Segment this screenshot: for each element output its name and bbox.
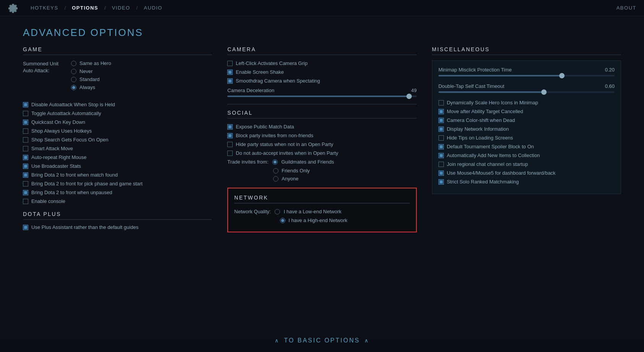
- checkbox-1[interactable]: [439, 109, 444, 114]
- basic-options-button[interactable]: ∧ TO BASIC OPTIONS ∧: [275, 337, 370, 344]
- checkbox-5[interactable]: [439, 144, 444, 149]
- checkbox-row-7[interactable]: Join regional chat channel on startup: [439, 161, 615, 167]
- nav-options[interactable]: OPTIONS: [67, 5, 103, 11]
- misc-slider-0[interactable]: Minimap Misclick Protection Time0.20: [439, 67, 615, 76]
- checkbox-row-1[interactable]: Block party invites from non-friends: [227, 133, 416, 138]
- checkbox-8[interactable]: [439, 170, 444, 176]
- checkbox-row-0[interactable]: Disable Autoattack When Stop is Held: [23, 102, 212, 107]
- checkbox-11[interactable]: [23, 199, 28, 204]
- radio-standard[interactable]: Standard: [71, 76, 111, 82]
- radio-btn-always[interactable]: [71, 85, 76, 90]
- radio-never[interactable]: Never: [71, 68, 111, 74]
- checkbox-row-5[interactable]: Smart Attack Move: [23, 146, 212, 151]
- trade-radio-anyone[interactable]: [273, 176, 278, 182]
- radio-btn-standard[interactable]: [71, 77, 76, 82]
- radio-always[interactable]: Always: [71, 84, 111, 90]
- checkbox-row-11[interactable]: Enable console: [23, 198, 212, 204]
- checkbox-row-8[interactable]: Use Mouse4/Mouse5 for dashboard forward/…: [439, 170, 615, 176]
- checkbox-row-3[interactable]: Do not auto-accept invites when in Open …: [227, 150, 416, 156]
- misc-slider-1[interactable]: Double-Tap Self Cast Timeout0.60: [439, 83, 615, 93]
- deceleration-label: Camera Deceleration: [227, 88, 274, 93]
- trade-radio-anyone-row[interactable]: Anyone: [273, 176, 416, 182]
- checkbox-row-1[interactable]: Move after Ability Target Cancelled: [439, 109, 615, 114]
- checkbox-row-3[interactable]: Display Network Information: [439, 126, 615, 132]
- checkbox-6[interactable]: [439, 153, 444, 158]
- checkbox-row-0[interactable]: Left-Click Activates Camera Grip: [227, 60, 416, 66]
- checkbox-label-0: Expose Public Match Data: [236, 124, 294, 130]
- radio-btn-never[interactable]: [71, 69, 76, 74]
- misc-section-title: MISCELLANEOUS: [432, 46, 621, 55]
- checkbox-row-4[interactable]: Hide Tips on Loading Screens: [439, 135, 615, 141]
- nav-about[interactable]: ABOUT: [616, 5, 636, 11]
- camera-checkboxes: Left-Click Activates Camera GripEnable S…: [227, 60, 416, 84]
- checkbox-row-10[interactable]: Bring Dota 2 to front when unpaused: [23, 190, 212, 195]
- checkbox-4[interactable]: [439, 135, 444, 141]
- deceleration-track[interactable]: [227, 96, 416, 97]
- checkbox-10[interactable]: [23, 190, 28, 195]
- checkbox-2[interactable]: [439, 118, 444, 123]
- checkbox-0[interactable]: [23, 102, 28, 107]
- checkbox-row-0[interactable]: Use Plus Assistant rather than the defau…: [23, 224, 212, 230]
- checkbox-row-2[interactable]: Quickcast On Key Down: [23, 119, 212, 125]
- network-radio-lowend[interactable]: [275, 209, 280, 214]
- checkbox-row-2[interactable]: Smoothdrag Camera when Spectating: [227, 78, 416, 84]
- summoned-unit-row: Summoned Unit Auto Attack: Same as Hero …: [23, 60, 212, 96]
- checkbox-1[interactable]: [227, 70, 233, 75]
- slider-track-0[interactable]: [439, 75, 615, 76]
- checkbox-1[interactable]: [23, 111, 28, 116]
- checkbox-row-6[interactable]: Auto-repeat Right Mouse: [23, 154, 212, 160]
- misc-sliders: Minimap Misclick Protection Time0.20Doub…: [439, 67, 615, 93]
- checkbox-9[interactable]: [23, 181, 28, 187]
- checkbox-row-1[interactable]: Enable Screen Shake: [227, 69, 416, 75]
- checkbox-1[interactable]: [227, 133, 233, 138]
- checkbox-label-0: Left-Click Activates Camera Grip: [236, 60, 307, 66]
- checkbox-6[interactable]: [23, 155, 28, 160]
- checkbox-7[interactable]: [23, 164, 28, 169]
- checkbox-row-3[interactable]: Shop Always Uses Hotkeys: [23, 128, 212, 134]
- settings-icon: [8, 3, 18, 13]
- summoned-radio-group: Same as Hero Never Standard Always: [67, 60, 111, 92]
- checkbox-7[interactable]: [439, 162, 444, 167]
- checkbox-2[interactable]: [23, 120, 28, 125]
- checkbox-row-4[interactable]: Shop Search Gets Focus On Open: [23, 137, 212, 143]
- checkbox-row-1[interactable]: Toggle Autoattack Automatically: [23, 110, 212, 116]
- checkbox-row-2[interactable]: Hide party status when not in an Open Pa…: [227, 141, 416, 147]
- checkbox-row-0[interactable]: Dynamically Scale Hero Icons in Minimap: [439, 100, 615, 105]
- checkbox-0[interactable]: [23, 225, 28, 230]
- checkbox-9[interactable]: [439, 179, 444, 185]
- trade-radio-guildmates[interactable]: [272, 159, 278, 165]
- checkbox-row-8[interactable]: Bring Dota 2 to front when match found: [23, 172, 212, 178]
- trade-radio-friends-row[interactable]: Friends Only: [273, 168, 416, 174]
- checkbox-3[interactable]: [23, 128, 28, 134]
- checkbox-3[interactable]: [439, 127, 444, 132]
- nav-video[interactable]: VIDEO: [107, 5, 135, 11]
- page-title: ADVANCED OPTIONS: [0, 16, 644, 46]
- trade-radio-friends[interactable]: [273, 168, 278, 174]
- checkbox-4[interactable]: [23, 137, 28, 143]
- checkbox-8[interactable]: [23, 172, 28, 178]
- checkbox-5[interactable]: [23, 146, 28, 151]
- checkbox-row-2[interactable]: Camera Color-shift when Dead: [439, 117, 615, 123]
- checkbox-row-5[interactable]: Default Tournament Spoiler Block to On: [439, 144, 615, 149]
- checkbox-3[interactable]: [227, 151, 233, 156]
- radio-same-as-hero[interactable]: Same as Hero: [71, 60, 111, 66]
- checkbox-row-6[interactable]: Automatically Add New Items to Collectio…: [439, 152, 615, 158]
- slider-track-1[interactable]: [439, 91, 615, 93]
- checkbox-row-7[interactable]: Use Broadcaster Stats: [23, 163, 212, 169]
- checkbox-label-1: Enable Screen Shake: [236, 69, 284, 75]
- network-radio-highend[interactable]: [280, 218, 285, 223]
- camera-deceleration-slider[interactable]: Camera Deceleration 49: [227, 88, 416, 97]
- slider-value-1: 0.60: [605, 83, 615, 89]
- nav-hotkeys[interactable]: HOTKEYS: [26, 5, 63, 11]
- nav-audio[interactable]: AUDIO: [139, 5, 167, 11]
- checkbox-row-0[interactable]: Expose Public Match Data: [227, 124, 416, 130]
- checkbox-0[interactable]: [227, 124, 233, 130]
- checkbox-row-9[interactable]: Strict Solo Ranked Matchmaking: [439, 179, 615, 185]
- network-highend-row[interactable]: I have a High-end Network: [280, 217, 409, 223]
- checkbox-0[interactable]: [227, 61, 233, 66]
- checkbox-2[interactable]: [227, 78, 233, 84]
- checkbox-row-9[interactable]: Bring Dota 2 to front for pick phase and…: [23, 181, 212, 187]
- radio-btn-same[interactable]: [71, 61, 76, 66]
- checkbox-2[interactable]: [227, 142, 233, 147]
- checkbox-0[interactable]: [439, 100, 444, 105]
